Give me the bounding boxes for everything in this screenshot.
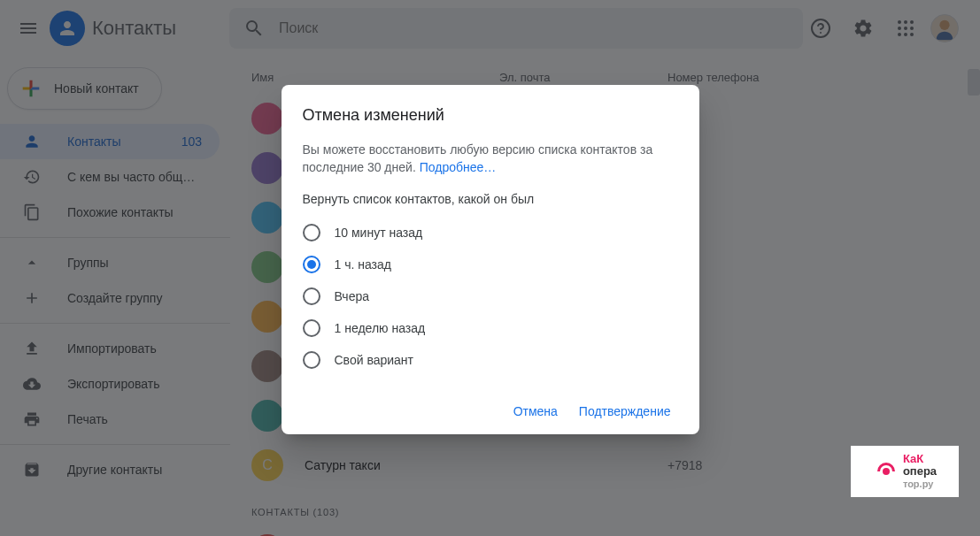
radio-label: Свой вариант [335, 353, 414, 367]
dialog-body: Вы можете восстановить любую версию спис… [303, 141, 678, 176]
radio-icon [303, 224, 320, 241]
radio-option-4[interactable]: Свой вариант [303, 344, 678, 376]
radio-icon [303, 351, 320, 369]
radio-option-0[interactable]: 10 минут назад [303, 217, 678, 249]
radio-label: Вчера [335, 289, 370, 303]
watermark: КаК опера тор.ру [851, 446, 959, 497]
radio-icon [303, 287, 320, 305]
svg-point-12 [883, 468, 890, 475]
radio-option-3[interactable]: 1 неделю назад [303, 312, 678, 344]
confirm-button[interactable]: Подтверждение [572, 397, 678, 425]
radio-group: 10 минут назад1 ч. назадВчера1 неделю на… [303, 217, 678, 376]
radio-group-label: Вернуть список контактов, какой он был [303, 192, 678, 206]
radio-icon [303, 256, 320, 273]
modal-overlay[interactable]: Отмена изменений Вы можете восстановить … [0, 0, 980, 536]
cancel-button[interactable]: Отмена [506, 397, 565, 425]
radio-label: 10 минут назад [335, 226, 423, 240]
radio-label: 1 неделю назад [335, 321, 426, 335]
radio-icon [303, 319, 320, 337]
dialog-title: Отмена изменений [303, 106, 678, 125]
radio-option-1[interactable]: 1 ч. назад [303, 249, 678, 280]
radio-label: 1 ч. назад [335, 257, 391, 272]
learn-more-link[interactable]: Подробнее… [420, 160, 497, 174]
radio-option-2[interactable]: Вчера [303, 280, 678, 312]
undo-changes-dialog: Отмена изменений Вы можете восстановить … [282, 85, 699, 434]
